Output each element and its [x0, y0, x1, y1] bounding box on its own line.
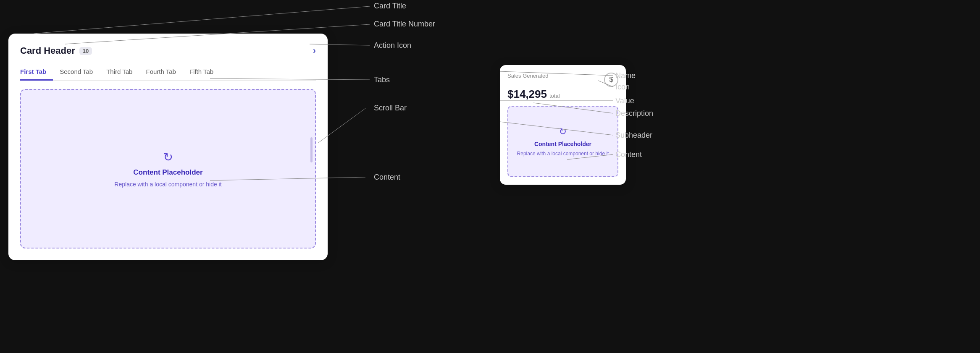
ann-icon: Icon	[615, 83, 630, 92]
ann-tabs: Tabs	[374, 76, 390, 84]
ann-card-title-number: Card Title Number	[374, 20, 435, 29]
card-header-title: Card Header	[20, 45, 75, 56]
right-card-top: Sales Generated $	[507, 73, 618, 87]
card-header-row: Card Header 10 ›	[20, 45, 316, 56]
value-desc: total	[549, 93, 560, 99]
svg-line-0	[34, 6, 370, 34]
ann-name: Name	[615, 71, 636, 80]
ann-description: Description	[615, 109, 653, 118]
sales-label: Sales Generated	[507, 73, 549, 79]
ann-content: Content	[374, 173, 400, 182]
right-content-area: ↺ Content Placeholder Replace with a loc…	[507, 106, 618, 177]
ann-action-icon: Action Icon	[374, 41, 411, 50]
ann-scroll-bar: Scroll Bar	[374, 104, 407, 112]
tab-first[interactable]: First Tab	[20, 65, 53, 81]
tabs-row: First Tab Second Tab Third Tab Fourth Ta…	[20, 65, 316, 81]
ann-value: Value	[615, 97, 634, 105]
value-row: $14,295 total	[507, 88, 618, 101]
content-placeholder-sub: Replace with a local component or hide i…	[114, 181, 221, 188]
tab-fifth[interactable]: Fifth Tab	[189, 65, 220, 81]
left-card: Card Header 10 › First Tab Second Tab Th…	[8, 34, 328, 260]
value-main: $14,295	[507, 88, 547, 101]
right-card: Sales Generated $ $14,295 total ↺ Conten…	[500, 65, 626, 185]
ann-content-right: Content	[615, 150, 642, 159]
right-content-placeholder-title: Content Placeholder	[534, 141, 591, 147]
left-content-area: ↺ Content Placeholder Replace with a loc…	[20, 89, 316, 248]
ann-subheader: Subheader	[615, 131, 652, 140]
right-content-placeholder-sub: Replace with a local component or hide i…	[514, 151, 612, 157]
card-title-number-badge: 10	[79, 47, 92, 55]
ann-card-title: Card Title	[374, 2, 406, 10]
card-header-left: Card Header 10	[20, 45, 92, 56]
tab-second[interactable]: Second Tab	[60, 65, 100, 81]
scroll-bar[interactable]	[310, 137, 313, 162]
action-icon[interactable]: ›	[313, 45, 316, 56]
refresh-icon: ↺	[163, 150, 173, 164]
right-refresh-icon: ↺	[559, 126, 567, 137]
tab-fourth[interactable]: Fourth Tab	[146, 65, 182, 81]
content-placeholder-title: Content Placeholder	[133, 168, 202, 177]
tab-third[interactable]: Third Tab	[106, 65, 139, 81]
